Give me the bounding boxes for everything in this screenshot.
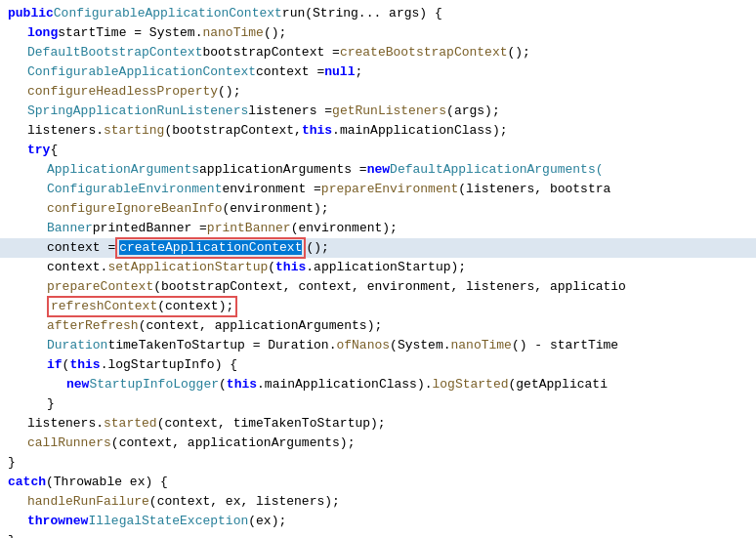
code-line: afterRefresh(context, applicationArgumen… — [0, 316, 756, 336]
code-token: } — [8, 453, 16, 473]
code-token: ConfigurableApplicationContext — [54, 4, 282, 23]
code-token: SpringApplicationRunListeners — [27, 102, 248, 121]
code-token: (); — [218, 82, 240, 102]
code-token: .mainApplicationClass). — [257, 375, 432, 394]
code-line: ConfigurableApplicationContext context =… — [0, 62, 756, 82]
code-token: createBootstrapContext — [340, 43, 508, 62]
code-token: IllegalStateException — [88, 512, 248, 531]
code-token: (bootstrapContext, context, environment,… — [153, 277, 626, 297]
code-token: applicationArguments = — [199, 160, 367, 180]
code-token: ( — [219, 375, 227, 394]
code-line: listeners.starting(bootstrapContext, thi… — [0, 121, 756, 141]
code-token: configureIgnoreBeanInfo — [47, 199, 222, 219]
code-line: throw new IllegalStateException(ex); — [0, 512, 756, 531]
code-token: StartupInfoLogger — [89, 375, 219, 394]
code-token: this — [275, 258, 306, 277]
code-line: new StartupInfoLogger(this.mainApplicati… — [0, 375, 756, 394]
code-line: context = createApplicationContext(); — [0, 238, 756, 258]
code-token: } — [8, 531, 16, 538]
code-token: Duration — [47, 336, 107, 355]
code-token: this — [227, 375, 257, 394]
code-token: (Throwable ex) { — [46, 473, 168, 492]
code-line: configureIgnoreBeanInfo(environment); — [0, 199, 756, 219]
code-token: (bootstrapContext, — [164, 121, 301, 141]
code-token: DefaultApplicationArguments( — [390, 160, 603, 180]
code-token: new — [65, 512, 88, 531]
code-line: } — [0, 453, 756, 473]
code-viewer: public ConfigurableApplicationContext ru… — [0, 0, 756, 538]
code-token: nanoTime — [451, 336, 512, 355]
code-token: context = — [47, 238, 115, 258]
code-line: } — [0, 531, 756, 538]
code-token: listeners. — [27, 414, 104, 434]
code-token: .logStartupInfo) { — [101, 355, 237, 375]
code-line: public ConfigurableApplicationContext ru… — [0, 4, 756, 23]
code-token: printBanner — [207, 219, 291, 238]
code-line: ApplicationArguments applicationArgument… — [0, 160, 756, 180]
code-line: catch (Throwable ex) { — [0, 473, 756, 492]
code-token: run(String... args) { — [282, 4, 442, 23]
code-token: (ex); — [248, 512, 286, 531]
code-token: ; — [355, 62, 362, 82]
code-token: listeners. — [27, 121, 104, 141]
code-token: public — [8, 4, 54, 23]
code-token: null — [324, 62, 355, 82]
code-token: setApplicationStartup — [107, 258, 268, 277]
refresh-context-box: refreshContext(context); — [47, 296, 237, 317]
code-token: throw — [27, 512, 65, 531]
code-token: () - startTime — [512, 336, 618, 355]
code-token: context = — [256, 62, 324, 82]
code-token: afterRefresh — [47, 316, 139, 336]
code-token: new — [66, 375, 89, 394]
code-line: refreshContext(context); — [0, 297, 756, 316]
code-token: DefaultBootstrapContext — [27, 43, 202, 62]
code-token: (getApplicati — [509, 375, 608, 394]
code-token: printedBanner = — [93, 219, 207, 238]
code-token: refreshContext — [51, 299, 157, 313]
code-token: prepareEnvironment — [321, 180, 458, 199]
code-token: Banner — [47, 219, 93, 238]
code-line: long startTime = System.nanoTime(); — [0, 23, 756, 43]
code-line: Duration timeTakenToStartup = Duration.o… — [0, 336, 756, 355]
code-line: DefaultBootstrapContext bootstrapContext… — [0, 43, 756, 62]
code-token: environment = — [222, 180, 320, 199]
code-token: ofNanos — [336, 336, 390, 355]
code-token: configureHeadlessProperty — [27, 82, 218, 102]
code-token: context. — [47, 258, 107, 277]
code-token: (environment); — [291, 219, 398, 238]
code-token: .applicationStartup); — [306, 258, 466, 277]
code-token: { — [50, 141, 58, 160]
code-token: (); — [306, 238, 328, 258]
code-token: (args); — [446, 102, 500, 121]
code-line: if (this.logStartupInfo) { — [0, 355, 756, 375]
code-token: (context, timeTakenToStartup); — [157, 414, 386, 434]
highlighted-method-box: createApplicationContext — [115, 237, 306, 259]
code-line: listeners.started(context, timeTakenToSt… — [0, 414, 756, 434]
code-token: (context, ex, listeners); — [149, 492, 340, 512]
code-token: starting — [104, 121, 164, 141]
code-token: ConfigurableApplicationContext — [27, 62, 256, 82]
code-token: startTime = System. — [58, 23, 202, 43]
code-token: listeners = — [248, 102, 332, 121]
code-token: callRunners — [27, 434, 111, 453]
code-line: } — [0, 394, 756, 414]
code-token: catch — [8, 473, 46, 492]
code-line: Banner printedBanner = printBanner(envir… — [0, 219, 756, 238]
code-token: prepareContext — [47, 277, 153, 297]
code-line: callRunners(context, applicationArgument… — [0, 434, 756, 453]
code-line: ConfigurableEnvironment environment = pr… — [0, 180, 756, 199]
code-token: (listeners, bootstra — [458, 180, 610, 199]
code-token: (context); — [157, 299, 233, 313]
code-token: handleRunFailure — [27, 492, 149, 512]
code-token: (context, applicationArguments); — [111, 434, 356, 453]
code-token: ( — [268, 258, 275, 277]
code-token: (); — [264, 23, 286, 43]
code-token: try — [27, 141, 50, 160]
code-token: .mainApplicationClass); — [332, 121, 507, 141]
code-line: prepareContext(bootstrapContext, context… — [0, 277, 756, 297]
code-token: } — [47, 394, 55, 414]
code-token: started — [104, 414, 157, 434]
code-token: new — [367, 160, 390, 180]
code-token: this — [69, 355, 100, 375]
code-line: context.setApplicationStartup(this.appli… — [0, 258, 756, 277]
